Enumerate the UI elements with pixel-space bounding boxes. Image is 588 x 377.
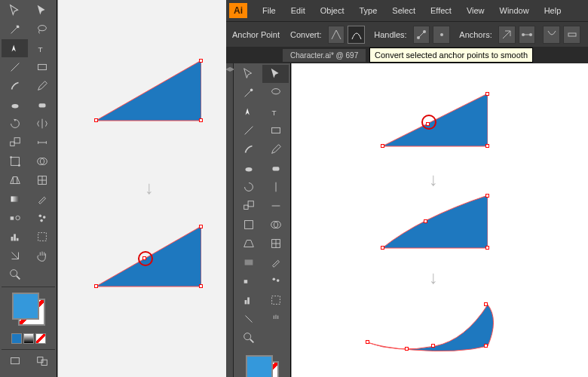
line-tool[interactable] [235, 121, 262, 139]
width-tool[interactable] [29, 133, 55, 152]
menu-select[interactable]: Select [384, 6, 423, 15]
free-transform-tool[interactable] [2, 152, 28, 170]
anchors-connect-button[interactable] [519, 26, 536, 44]
gradient-tool[interactable] [235, 253, 262, 271]
color-mode-icon[interactable] [11, 333, 22, 344]
handles-hide-button[interactable] [433, 26, 450, 44]
pen-tool[interactable] [2, 39, 28, 57]
rectangle-tool[interactable] [29, 58, 55, 76]
svg-text:T: T [271, 109, 276, 117]
highlight-circle [421, 115, 436, 130]
app-logo-icon[interactable]: Ai [229, 3, 247, 18]
document-tab[interactable]: Character.ai* @ 697 [283, 49, 366, 62]
reflect-tool[interactable] [262, 178, 289, 196]
svg-rect-46 [243, 205, 247, 209]
reflect-tool[interactable] [29, 115, 55, 133]
handles-show-button[interactable] [413, 26, 430, 44]
eraser-tool[interactable] [262, 159, 289, 177]
free-transform-tool[interactable] [235, 216, 262, 234]
hand-tool[interactable] [29, 247, 55, 265]
menu-view[interactable]: View [459, 6, 492, 15]
direct-selection-tool[interactable] [262, 65, 289, 83]
curved-shape-r2[interactable] [382, 195, 488, 252]
convert-smooth-button[interactable] [348, 26, 365, 44]
perspective-grid-tool[interactable] [235, 234, 262, 253]
svg-rect-9 [11, 158, 19, 166]
column-graph-tool[interactable] [235, 291, 262, 309]
none-mode-icon[interactable] [35, 333, 46, 344]
fill-swatch[interactable] [12, 293, 39, 320]
shape-builder-tool[interactable] [262, 216, 289, 234]
hand-tool[interactable] [262, 310, 289, 328]
selection-tool[interactable] [2, 2, 28, 20]
mesh-tool[interactable] [29, 171, 55, 189]
change-screen-icon[interactable] [29, 352, 55, 370]
menu-window[interactable]: Window [492, 6, 537, 15]
artboard-tool[interactable] [29, 228, 55, 246]
perspective-grid-tool[interactable] [2, 171, 28, 189]
anchors-cut-button[interactable] [543, 26, 560, 44]
svg-rect-43 [271, 127, 280, 133]
paintbrush-tool[interactable] [235, 140, 262, 158]
left-canvas[interactable]: ↓ [57, 0, 226, 377]
magic-wand-tool[interactable] [235, 84, 262, 102]
pencil-tool[interactable] [262, 140, 289, 158]
menu-file[interactable]: File [255, 6, 283, 15]
fill-swatch[interactable] [246, 355, 273, 377]
panel-collapse-handle[interactable]: ◀▶ [226, 63, 234, 377]
pen-tool[interactable] [235, 103, 262, 121]
menu-type[interactable]: Type [352, 6, 385, 15]
blend-tool[interactable] [2, 209, 28, 227]
scale-tool[interactable] [2, 133, 28, 152]
direct-selection-tool[interactable] [29, 2, 55, 20]
screen-mode-icon[interactable] [2, 352, 28, 370]
line-tool[interactable] [2, 58, 28, 76]
pencil-tool[interactable] [29, 77, 55, 95]
eyedropper-tool[interactable] [262, 253, 289, 271]
paintbrush-tool[interactable] [2, 77, 28, 95]
slice-tool[interactable] [235, 310, 262, 328]
zoom-tool[interactable] [235, 329, 262, 347]
color-swatches[interactable] [2, 290, 55, 347]
svg-rect-23 [16, 238, 18, 241]
symbol-sprayer-tool[interactable] [29, 209, 55, 227]
gradient-tool[interactable] [2, 190, 28, 208]
selection-tool[interactable] [235, 65, 262, 83]
lasso-tool[interactable] [262, 84, 289, 102]
anchors-align-button[interactable] [563, 26, 580, 44]
color-swatches[interactable] [235, 352, 289, 377]
zoom-tool[interactable] [2, 265, 28, 284]
eraser-tool[interactable] [29, 96, 55, 114]
scale-tool[interactable] [235, 197, 262, 215]
svg-rect-52 [244, 259, 253, 265]
menu-object[interactable]: Object [313, 6, 352, 15]
menu-effect[interactable]: Effect [423, 6, 459, 15]
svg-text:T: T [38, 45, 42, 54]
convert-corner-button[interactable] [328, 26, 345, 44]
blob-brush-tool[interactable] [235, 159, 262, 177]
curved-shape-r3[interactable] [367, 293, 503, 357]
menu-help[interactable]: Help [537, 6, 569, 15]
anchors-remove-button[interactable] [498, 26, 516, 44]
blend-tool[interactable] [235, 272, 262, 290]
lasso-tool[interactable] [29, 20, 55, 38]
type-tool[interactable]: T [29, 39, 55, 57]
mesh-tool[interactable] [262, 234, 289, 253]
column-graph-tool[interactable] [2, 228, 28, 246]
slice-tool[interactable] [2, 247, 28, 265]
shape-builder-tool[interactable] [29, 152, 55, 170]
rotate-tool[interactable] [235, 178, 262, 196]
menu-edit[interactable]: Edit [283, 6, 313, 15]
eyedropper-tool[interactable] [29, 190, 55, 208]
gradient-mode-icon[interactable] [23, 333, 34, 344]
artboard-tool[interactable] [262, 291, 289, 309]
width-tool[interactable] [262, 197, 289, 215]
rectangle-tool[interactable] [262, 121, 289, 139]
symbol-sprayer-tool[interactable] [262, 272, 289, 290]
type-tool[interactable]: T [262, 103, 289, 121]
right-canvas[interactable]: ↓ ↓ [291, 63, 588, 377]
triangle-shape-1[interactable] [96, 60, 201, 128]
magic-wand-tool[interactable] [2, 20, 28, 38]
blob-brush-tool[interactable] [2, 96, 28, 114]
rotate-tool[interactable] [2, 115, 28, 133]
